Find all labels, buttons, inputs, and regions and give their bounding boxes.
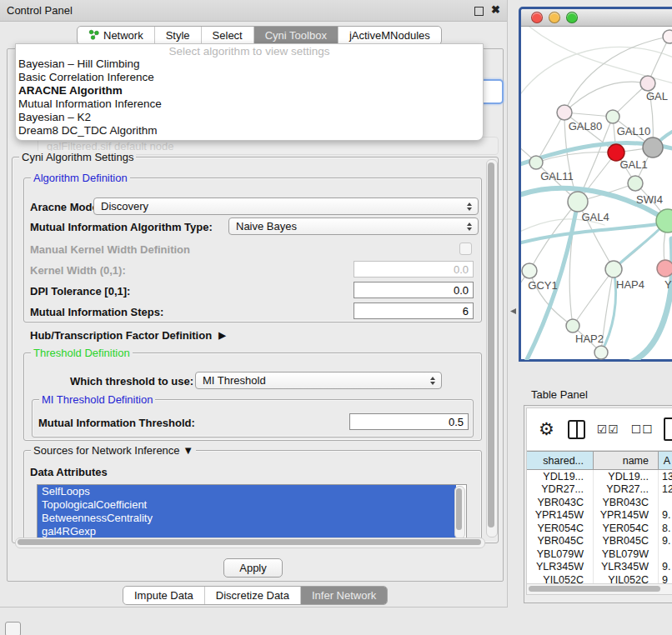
node-label-y: Y <box>664 278 672 291</box>
which-threshold-select[interactable]: MI Threshold <box>195 372 442 389</box>
table-row[interactable]: YDL19...YDL19...13 <box>527 470 672 483</box>
table-horizontal-scrollbar[interactable] <box>527 583 672 594</box>
manual-kernel-checkbox[interactable] <box>459 242 472 255</box>
network-node[interactable] <box>606 110 619 123</box>
algorithm-dropdown-list: Bayesian – Hill ClimbingBasic Correlatio… <box>16 58 483 138</box>
algorithm-option-mutual-information-inference[interactable]: Mutual Information Inference <box>16 98 483 111</box>
select-all-checks-icon[interactable]: ☑☑ <box>597 422 619 436</box>
tab-network[interactable]: Network <box>78 27 155 44</box>
tab-label: Select <box>213 29 243 42</box>
table-row[interactable]: YBL079WYBL079W <box>527 548 672 561</box>
network-node[interactable] <box>566 319 579 332</box>
apply-button[interactable]: Apply <box>223 558 283 578</box>
attribute-item-gal4rgexp[interactable]: gal4RGexp <box>38 525 456 538</box>
hub-definition-expander[interactable]: Hub/Transcription Factor Definition ▶ <box>30 329 226 342</box>
tab-infer-network[interactable]: Infer Network <box>301 587 387 604</box>
tab-discretize-data[interactable]: Discretize Data <box>205 587 301 604</box>
expand-arrow-icon[interactable]: ▶ <box>218 330 225 341</box>
table-row[interactable]: YER054CYER054C8. <box>527 522 672 535</box>
column-header-a[interactable]: A <box>659 452 672 469</box>
aracne-mode-select[interactable]: Discovery <box>93 198 479 215</box>
node-label-gal4: GAL4 <box>581 211 609 223</box>
tab-jactivemnodules[interactable]: jActiveMNodules <box>339 27 441 44</box>
attributes-list-scrollbar[interactable] <box>454 486 465 539</box>
table-cell <box>659 548 672 561</box>
table-cell: YBR043C <box>527 496 594 509</box>
algorithm-option-dream8-dc-tdc-algorithm[interactable]: Dream8 DC_TDC Algorithm <box>16 124 483 138</box>
algorithm-option-bayesian-k2[interactable]: Bayesian – K2 <box>16 111 483 124</box>
network-canvas[interactable]: GALGAL80GAL10GAL1GAL11GAL4SWI4GCY1HAP4YH… <box>521 27 672 360</box>
settings-vertical-scrollbar[interactable] <box>486 159 498 538</box>
network-node[interactable] <box>640 76 655 91</box>
table-cell: 8. <box>659 522 672 535</box>
column-header-name[interactable]: name <box>594 452 659 469</box>
mi-threshold-label: Mutual Information Threshold: <box>38 417 195 429</box>
table-row[interactable]: YBR045CYBR045C9. <box>527 535 672 548</box>
settings-horizontal-scrollbar[interactable] <box>15 538 485 548</box>
close-panel-icon[interactable]: ✖ <box>491 3 500 16</box>
document-icon[interactable] <box>664 418 672 441</box>
algorithm-option-bayesian-hill-climbing[interactable]: Bayesian – Hill Climbing <box>16 58 483 71</box>
table-panel-container: ⚙ ☑☑ ☐☐ shared...nameA YDL19...YDL19...1… <box>524 405 672 603</box>
apply-button-label: Apply <box>239 562 267 574</box>
collapse-arrow-icon[interactable]: ▼ <box>183 444 193 457</box>
float-panel-icon[interactable] <box>474 7 484 16</box>
network-node[interactable] <box>594 346 608 359</box>
column-header-shared-[interactable]: shared... <box>527 452 594 469</box>
table-row[interactable]: YBR043CYBR043C <box>527 496 672 509</box>
network-node[interactable] <box>628 176 643 191</box>
table-cell: YDL19... <box>527 470 594 483</box>
node-label-gal10: GAL10 <box>617 125 650 138</box>
network-node[interactable] <box>529 156 543 169</box>
table-cell: YBL079W <box>527 548 594 561</box>
table-cell: YER054C <box>594 522 659 535</box>
network-node[interactable] <box>557 105 572 120</box>
network-node[interactable] <box>663 30 672 43</box>
tab-cyni-toolbox[interactable]: Cyni Toolbox <box>254 27 339 44</box>
tab-label: jActiveMNodules <box>349 29 430 42</box>
network-node[interactable] <box>605 261 622 278</box>
attribute-item-betweennesscentrality[interactable]: BetweennessCentrality <box>38 512 456 525</box>
window-zoom-button[interactable] <box>566 12 578 23</box>
collapsed-panel-button[interactable] <box>5 622 21 635</box>
network-node[interactable] <box>643 138 663 158</box>
tab-label: Network <box>103 29 143 42</box>
algorithm-dropdown-placeholder: Select algorithm to view settings <box>16 44 483 58</box>
threshold-definition-title: Threshold Definition <box>31 347 133 359</box>
sources-title-text: Sources for Network Inference <box>33 444 180 457</box>
mi-type-select[interactable]: Naive Bayes <box>228 218 479 235</box>
network-node[interactable] <box>657 260 672 277</box>
attribute-item-topologicalcoefficient[interactable]: TopologicalCoefficient <box>38 498 456 512</box>
network-node[interactable] <box>568 192 588 212</box>
gear-icon[interactable]: ⚙ <box>539 419 554 439</box>
columns-icon[interactable] <box>568 420 585 439</box>
network-node[interactable] <box>522 263 537 278</box>
table-row[interactable]: YLR345WYLR345W9. <box>527 561 672 574</box>
mi-threshold-group-title: MI Threshold Definition <box>39 393 155 406</box>
table-cell: YLR345W <box>594 561 659 574</box>
mi-steps-input[interactable] <box>354 302 474 319</box>
algorithm-option-basic-correlation-inference[interactable]: Basic Correlation Inference <box>16 71 483 84</box>
mi-threshold-input[interactable] <box>349 413 469 430</box>
deselect-all-checks-icon[interactable]: ☐☐ <box>631 422 654 436</box>
table-panel: ⚙ ☑☑ ☐☐ shared...nameA YDL19...YDL19...1… <box>526 408 672 595</box>
tab-select[interactable]: Select <box>202 27 254 44</box>
window-minimize-button[interactable] <box>549 12 560 23</box>
node-label-gal80: GAL80 <box>569 120 602 132</box>
table-row[interactable]: YPR145WYPR145W9. <box>527 509 672 522</box>
kernel-width-input[interactable] <box>354 261 474 278</box>
dpi-tolerance-input[interactable] <box>354 282 474 298</box>
table-cell <box>659 496 672 509</box>
table-cell: 12 <box>659 483 672 497</box>
table-row[interactable]: YDR27...YDR27...12 <box>527 483 672 497</box>
mi-type-value: Naive Bayes <box>236 220 297 232</box>
data-attributes-list[interactable]: SelfLoopsTopologicalCoefficientBetweenne… <box>37 484 467 541</box>
tab-impute-data[interactable]: Impute Data <box>123 587 205 604</box>
stepper-icon <box>467 222 472 231</box>
window-close-button[interactable] <box>531 12 543 23</box>
attribute-item-selfloops[interactable]: SelfLoops <box>38 485 456 498</box>
algorithm-option-aracne-algorithm[interactable]: ARACNE Algorithm <box>16 84 483 98</box>
table-cell: YBR045C <box>594 535 659 548</box>
network-window-titlebar[interactable] <box>521 9 672 27</box>
tab-style[interactable]: Style <box>155 27 202 44</box>
